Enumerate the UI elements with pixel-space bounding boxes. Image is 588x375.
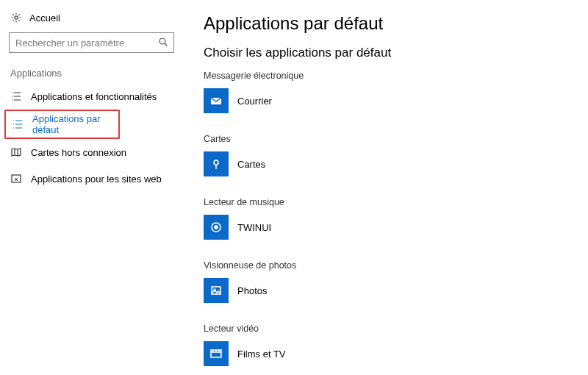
category-label-music: Lecteur de musique xyxy=(204,197,588,207)
app-name: Films et TV xyxy=(237,349,286,360)
default-app-photos[interactable]: Photos xyxy=(204,278,588,303)
page-subtitle: Choisir les applications par défaut xyxy=(204,46,588,60)
map-icon xyxy=(10,146,22,158)
highlight-box: Applications par défaut xyxy=(4,110,120,139)
sidebar-item-apps-for-websites[interactable]: Applications pour les sites web xyxy=(0,165,182,192)
search-container xyxy=(9,32,174,53)
svg-rect-7 xyxy=(212,287,220,294)
category-label-video: Lecteur vidéo xyxy=(204,324,588,334)
sidebar: Accueil Applications Applications et fon… xyxy=(0,0,182,375)
app-name: Cartes xyxy=(237,159,265,170)
gear-icon xyxy=(10,12,22,24)
list-icon xyxy=(10,90,22,102)
section-label: Applications xyxy=(0,68,182,83)
defaults-icon xyxy=(12,118,24,130)
default-app-music[interactable]: TWINUI xyxy=(204,215,588,240)
category-label-email: Messagerie électronique xyxy=(204,71,588,81)
app-name: TWINUI xyxy=(237,222,271,233)
category-label-maps: Cartes xyxy=(204,134,588,144)
video-icon xyxy=(204,341,229,366)
default-app-email[interactable]: Courrier xyxy=(204,88,588,113)
page-title: Applications par défaut xyxy=(204,13,588,34)
mail-icon xyxy=(204,88,229,113)
default-app-video[interactable]: Films et TV xyxy=(204,341,588,366)
search-input[interactable] xyxy=(9,32,174,53)
main-panel: Applications par défaut Choisir les appl… xyxy=(182,0,588,375)
category-label-photos: Visionneuse de photos xyxy=(204,260,588,271)
sidebar-item-default-apps[interactable]: Applications par défaut xyxy=(6,111,118,138)
svg-point-0 xyxy=(15,16,18,19)
home-label: Accueil xyxy=(29,12,60,24)
maps-app-icon xyxy=(204,151,229,176)
sidebar-item-label: Applications et fonctionnalités xyxy=(31,91,157,102)
app-name: Photos xyxy=(237,285,267,296)
app-name: Courrier xyxy=(237,96,272,107)
sidebar-item-label: Applications par défaut xyxy=(32,113,118,135)
sidebar-item-label: Applications pour les sites web xyxy=(31,174,162,185)
sidebar-item-offline-maps[interactable]: Cartes hors connexion xyxy=(0,139,182,165)
svg-point-6 xyxy=(215,226,218,229)
music-icon xyxy=(204,215,229,240)
sidebar-item-label: Cartes hors connexion xyxy=(31,147,126,158)
website-icon xyxy=(10,173,22,185)
photos-icon xyxy=(204,278,229,303)
svg-rect-2 xyxy=(12,175,21,182)
home-button[interactable]: Accueil xyxy=(0,10,182,32)
svg-point-4 xyxy=(214,160,218,165)
default-app-maps[interactable]: Cartes xyxy=(204,151,588,176)
sidebar-item-apps-features[interactable]: Applications et fonctionnalités xyxy=(0,83,182,110)
